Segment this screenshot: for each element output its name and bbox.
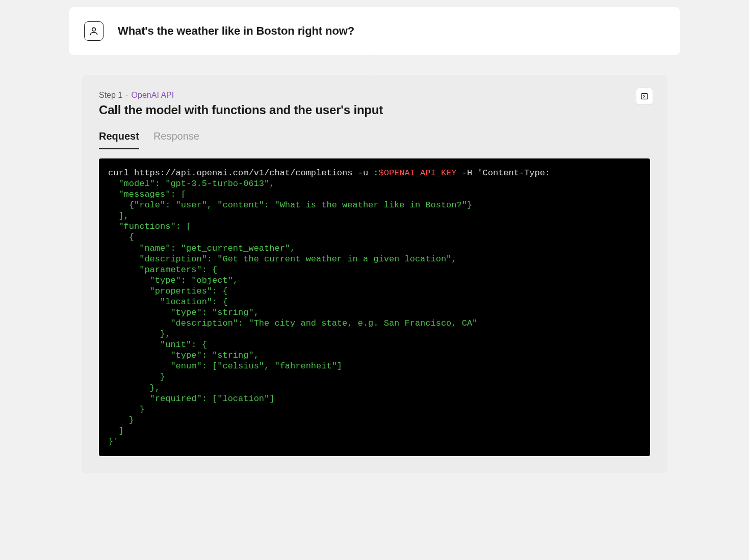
code-env-var: $OPENAI_API_KEY (379, 168, 457, 178)
step-api-label: OpenAI API (132, 91, 174, 99)
code-block[interactable]: curl https://api.openai.com/v1/chat/comp… (99, 158, 650, 456)
expand-button[interactable] (636, 88, 653, 105)
code-tabs: Request Response (99, 130, 650, 149)
page: What's the weather like in Boston right … (0, 0, 749, 473)
step-card: Step 1 · OpenAI API Call the model with … (82, 75, 667, 473)
code-command: curl https://api.openai.com/v1/chat/comp… (108, 168, 379, 178)
code-body: "model": "gpt-3.5-turbo-0613", "messages… (108, 179, 477, 446)
svg-point-0 (92, 28, 96, 31)
code-after-var: -H 'Content-Type: (457, 168, 551, 178)
connector-line (69, 55, 680, 75)
user-icon (84, 21, 104, 41)
tab-request[interactable]: Request (99, 130, 139, 149)
step-number: Step 1 (99, 91, 122, 99)
step-title: Call the model with functions and the us… (99, 103, 650, 117)
user-message-card: What's the weather like in Boston right … (69, 7, 680, 55)
step-label: Step 1 · OpenAI API (99, 91, 650, 100)
user-message-text: What's the weather like in Boston right … (118, 24, 354, 38)
tab-response[interactable]: Response (153, 130, 199, 149)
